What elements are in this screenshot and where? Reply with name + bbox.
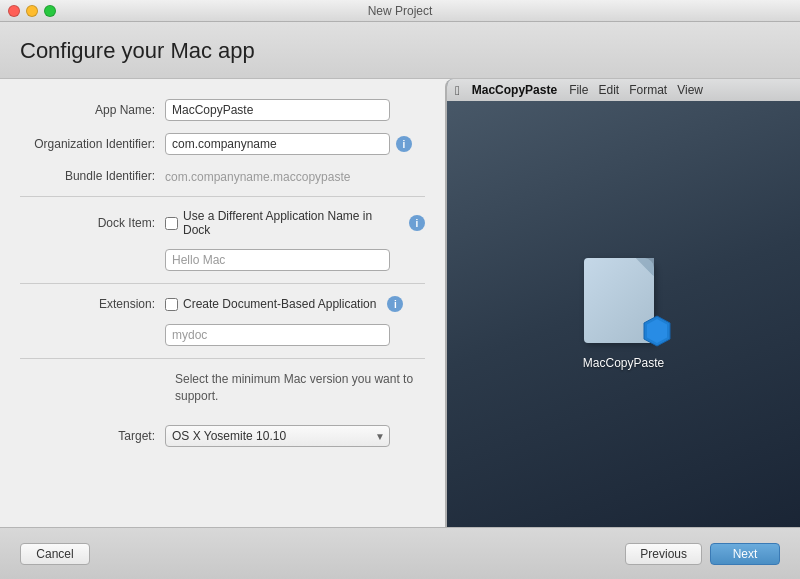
menubar-app-name: MacCopyPaste bbox=[472, 83, 557, 97]
form-panel: App Name: Organization Identifier: i Bun… bbox=[0, 79, 445, 527]
maximize-button[interactable] bbox=[44, 5, 56, 17]
org-id-row: Organization Identifier: i bbox=[20, 133, 425, 155]
dock-item-checkbox[interactable] bbox=[165, 217, 178, 230]
minimize-button[interactable] bbox=[26, 5, 38, 17]
menu-items: File Edit Format View bbox=[569, 83, 703, 97]
extension-row: Extension: Create Document-Based Applica… bbox=[20, 296, 425, 312]
bundle-id-label: Bundle Identifier: bbox=[20, 169, 165, 183]
mac-preview-panel:  MacCopyPaste File Edit Format View bbox=[445, 79, 800, 527]
main-window: Configure your Mac app App Name: Organiz… bbox=[0, 22, 800, 579]
menu-file: File bbox=[569, 83, 588, 97]
dock-item-row: Dock Item: Use a Different Application N… bbox=[20, 209, 425, 237]
dock-checkbox-row: Use a Different Application Name in Dock… bbox=[165, 209, 425, 237]
menu-edit: Edit bbox=[598, 83, 619, 97]
app-icon bbox=[584, 258, 664, 348]
previous-button[interactable]: Previous bbox=[625, 543, 702, 565]
separator-2 bbox=[20, 283, 425, 284]
app-icon-container: MacCopyPaste bbox=[583, 258, 664, 370]
app-icon-label: MacCopyPaste bbox=[583, 356, 664, 370]
dock-name-input[interactable] bbox=[165, 249, 390, 271]
close-button[interactable] bbox=[8, 5, 20, 17]
window-controls bbox=[8, 5, 56, 17]
navigation-buttons: Previous Next bbox=[625, 543, 780, 565]
bottom-bar: Cancel Previous Next bbox=[0, 527, 800, 579]
window-title: New Project bbox=[368, 4, 433, 18]
cancel-button[interactable]: Cancel bbox=[20, 543, 90, 565]
target-description: Select the minimum Mac version you want … bbox=[165, 371, 413, 405]
org-id-info-icon[interactable]: i bbox=[396, 136, 412, 152]
target-select[interactable]: OS X Yosemite 10.10 OS X El Capitan 10.1… bbox=[165, 425, 390, 447]
target-select-row: Target: OS X Yosemite 10.10 OS X El Capi… bbox=[20, 425, 425, 447]
dock-checkbox-label: Use a Different Application Name in Dock bbox=[183, 209, 398, 237]
page-title: Configure your Mac app bbox=[20, 38, 780, 64]
menu-view: View bbox=[677, 83, 703, 97]
extension-checkbox-row: Create Document-Based Application i bbox=[165, 296, 403, 312]
extension-label: Extension: bbox=[20, 297, 165, 311]
hex-badge-icon bbox=[642, 314, 672, 348]
dock-info-icon[interactable]: i bbox=[409, 215, 425, 231]
apple-logo-icon:  bbox=[455, 83, 460, 98]
target-label: Target: bbox=[20, 429, 165, 443]
extension-checkbox-label: Create Document-Based Application bbox=[183, 297, 376, 311]
extension-checkbox[interactable] bbox=[165, 298, 178, 311]
bundle-id-row: Bundle Identifier: com.companyname.macco… bbox=[20, 167, 425, 184]
extension-info-icon[interactable]: i bbox=[387, 296, 403, 312]
content-area: App Name: Organization Identifier: i Bun… bbox=[0, 79, 800, 527]
dock-item-label: Dock Item: bbox=[20, 216, 165, 230]
target-section: Select the minimum Mac version you want … bbox=[20, 371, 425, 447]
target-select-wrapper: OS X Yosemite 10.10 OS X El Capitan 10.1… bbox=[165, 425, 390, 447]
app-name-label: App Name: bbox=[20, 103, 165, 117]
window-header: Configure your Mac app bbox=[0, 22, 800, 79]
app-name-input[interactable] bbox=[165, 99, 390, 121]
extension-input-row bbox=[20, 324, 425, 346]
org-id-input[interactable] bbox=[165, 133, 390, 155]
title-bar: New Project bbox=[0, 0, 800, 22]
menu-format: Format bbox=[629, 83, 667, 97]
separator-3 bbox=[20, 358, 425, 359]
separator-1 bbox=[20, 196, 425, 197]
mac-desktop: MacCopyPaste bbox=[447, 101, 800, 527]
target-desc-row: Select the minimum Mac version you want … bbox=[20, 371, 425, 413]
app-name-row: App Name: bbox=[20, 99, 425, 121]
extension-input[interactable] bbox=[165, 324, 390, 346]
bundle-id-value: com.companyname.maccopypaste bbox=[165, 167, 350, 184]
dock-input-row bbox=[20, 249, 425, 271]
mac-menubar:  MacCopyPaste File Edit Format View bbox=[447, 79, 800, 101]
next-button[interactable]: Next bbox=[710, 543, 780, 565]
org-id-label: Organization Identifier: bbox=[20, 137, 165, 151]
